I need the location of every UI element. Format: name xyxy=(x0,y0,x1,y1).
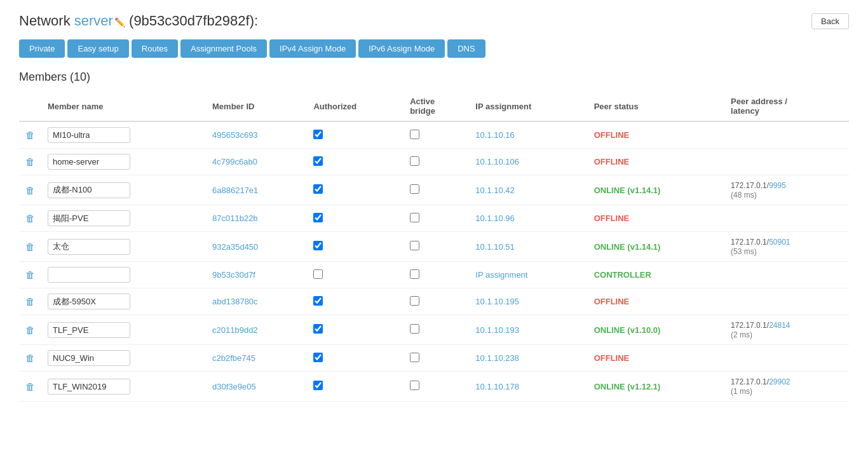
table-row: 🗑87c011b22b10.1.10.96OFFLINE xyxy=(19,205,849,232)
ip-assignment-link[interactable]: 10.1.10.195 xyxy=(475,297,519,306)
authorized-checkbox[interactable] xyxy=(313,130,323,139)
network-id: (9b53c30d7fb2982f): xyxy=(129,13,258,29)
active-bridge-checkbox[interactable] xyxy=(410,296,419,306)
delete-icon[interactable]: 🗑 xyxy=(25,269,35,280)
th-authorized: Authorized xyxy=(307,91,403,121)
authorized-checkbox[interactable] xyxy=(313,269,323,279)
active-bridge-checkbox[interactable] xyxy=(410,353,419,362)
authorized-checkbox[interactable] xyxy=(313,184,323,194)
member-name-input[interactable] xyxy=(48,267,130,283)
delete-icon[interactable]: 🗑 xyxy=(25,185,35,196)
delete-icon[interactable]: 🗑 xyxy=(25,381,35,392)
active-bridge-checkbox[interactable] xyxy=(410,184,419,194)
member-name-input[interactable] xyxy=(48,239,130,255)
ip-assignment-link[interactable]: IP assignment xyxy=(475,270,527,280)
authorized-checkbox[interactable] xyxy=(313,156,323,166)
th-peer-status: Peer status xyxy=(588,91,724,121)
delete-icon[interactable]: 🗑 xyxy=(25,156,35,167)
ip-assignment-link[interactable]: 10.1.10.178 xyxy=(475,382,519,391)
active-bridge-checkbox[interactable] xyxy=(410,241,419,250)
member-id-link[interactable]: 87c011b22b xyxy=(212,213,258,223)
page-title: Network server✏️ (9b53c30d7fb2982f): xyxy=(19,13,258,29)
table-row: 🗑495653c69310.1.10.16OFFLINE xyxy=(19,121,849,149)
nav-btn-private[interactable]: Private xyxy=(19,39,65,58)
delete-icon[interactable]: 🗑 xyxy=(25,241,35,252)
nav-btn-routes[interactable]: Routes xyxy=(132,39,178,58)
authorized-checkbox[interactable] xyxy=(313,353,323,362)
edit-icon[interactable]: ✏️ xyxy=(114,17,125,27)
authorized-checkbox[interactable] xyxy=(313,213,323,222)
peer-status: OFFLINE xyxy=(594,297,630,306)
active-bridge-checkbox[interactable] xyxy=(410,324,419,334)
peer-port: 9995 xyxy=(769,181,786,190)
table-row: 🗑6a886217e110.1.10.42ONLINE (v1.14.1)172… xyxy=(19,175,849,205)
nav-btn-easy-setup[interactable]: Easy setup xyxy=(67,39,128,58)
member-name-input[interactable] xyxy=(48,294,130,309)
nav-btn-dns[interactable]: DNS xyxy=(447,39,485,58)
delete-icon[interactable]: 🗑 xyxy=(25,325,35,335)
ip-assignment-link[interactable]: 10.1.10.238 xyxy=(475,353,519,363)
peer-status: CONTROLLER xyxy=(594,270,651,280)
member-name-input[interactable] xyxy=(48,322,130,338)
delete-icon[interactable]: 🗑 xyxy=(25,213,35,224)
table-row: 🗑c2b2fbe74510.1.10.238OFFLINE xyxy=(19,345,849,372)
authorized-checkbox[interactable] xyxy=(313,324,323,334)
th-member-name: Member name xyxy=(41,91,206,121)
member-id-link[interactable]: d30f3e9e05 xyxy=(212,382,256,391)
member-id-link[interactable]: 932a35d450 xyxy=(212,242,258,252)
ip-assignment-link[interactable]: 10.1.10.106 xyxy=(475,157,519,166)
nav-btn-ipv4-assign-mode[interactable]: IPv4 Assign Mode xyxy=(269,39,356,58)
th-delete xyxy=(19,91,41,121)
nav-btn-assignment-pools[interactable]: Assignment Pools xyxy=(180,39,267,58)
member-name-input[interactable] xyxy=(48,379,130,395)
ip-assignment-link[interactable]: 10.1.10.96 xyxy=(475,213,514,223)
peer-port: 50901 xyxy=(769,238,790,247)
th-member-id: Member ID xyxy=(206,91,307,121)
member-id-link[interactable]: abd138780c xyxy=(212,297,258,306)
active-bridge-checkbox[interactable] xyxy=(410,156,419,166)
peer-status: ONLINE (v1.10.0) xyxy=(594,325,661,335)
member-name-input[interactable] xyxy=(48,127,130,143)
member-name-input[interactable] xyxy=(48,182,130,198)
server-link[interactable]: server xyxy=(74,13,113,29)
authorized-checkbox[interactable] xyxy=(313,296,323,306)
back-button[interactable]: Back xyxy=(811,13,849,29)
th-peer-address: Peer address /latency xyxy=(724,91,849,121)
member-id-link[interactable]: 6a886217e1 xyxy=(212,186,258,195)
members-section-title: Members (10) xyxy=(19,71,849,84)
member-name-input[interactable] xyxy=(48,350,130,366)
active-bridge-checkbox[interactable] xyxy=(410,381,419,390)
peer-status: ONLINE (v1.14.1) xyxy=(594,242,661,252)
peer-status: ONLINE (v1.12.1) xyxy=(594,382,661,391)
peer-latency: (53 ms) xyxy=(731,247,757,256)
ip-assignment-link[interactable]: 10.1.10.16 xyxy=(475,130,514,140)
active-bridge-checkbox[interactable] xyxy=(410,130,419,139)
active-bridge-checkbox[interactable] xyxy=(410,213,419,222)
delete-icon[interactable]: 🗑 xyxy=(25,130,35,140)
peer-status: OFFLINE xyxy=(594,157,630,166)
delete-icon[interactable]: 🗑 xyxy=(25,296,35,307)
active-bridge-checkbox[interactable] xyxy=(410,269,419,279)
peer-address: 172.17.0.1/50901 xyxy=(731,238,790,247)
delete-icon[interactable]: 🗑 xyxy=(25,353,35,363)
authorized-checkbox[interactable] xyxy=(313,241,323,250)
authorized-checkbox[interactable] xyxy=(313,381,323,390)
member-id-link[interactable]: 4c799c6ab0 xyxy=(212,157,257,166)
member-name-input[interactable] xyxy=(48,154,130,170)
table-row: 🗑9b53c30d7fIP assignmentCONTROLLER xyxy=(19,262,849,288)
member-id-link[interactable]: c2011b9dd2 xyxy=(212,325,258,335)
table-row: 🗑932a35d45010.1.10.51ONLINE (v1.14.1)172… xyxy=(19,232,849,262)
member-id-link[interactable]: c2b2fbe745 xyxy=(212,353,255,363)
ip-assignment-link[interactable]: 10.1.10.42 xyxy=(475,186,514,195)
ip-assignment-link[interactable]: 10.1.10.51 xyxy=(475,242,514,252)
th-active-bridge: Activebridge xyxy=(403,91,469,121)
peer-port: 24814 xyxy=(769,321,790,330)
peer-status: OFFLINE xyxy=(594,213,630,223)
member-name-input[interactable] xyxy=(48,210,130,226)
nav-btn-ipv6-assign-mode[interactable]: IPv6 Assign Mode xyxy=(358,39,445,58)
ip-assignment-link[interactable]: 10.1.10.193 xyxy=(475,325,519,335)
member-id-link[interactable]: 9b53c30d7f xyxy=(212,270,255,280)
peer-address: 172.17.0.1/24814 xyxy=(731,321,790,330)
member-id-link[interactable]: 495653c693 xyxy=(212,130,258,140)
peer-port: 29902 xyxy=(769,377,790,386)
